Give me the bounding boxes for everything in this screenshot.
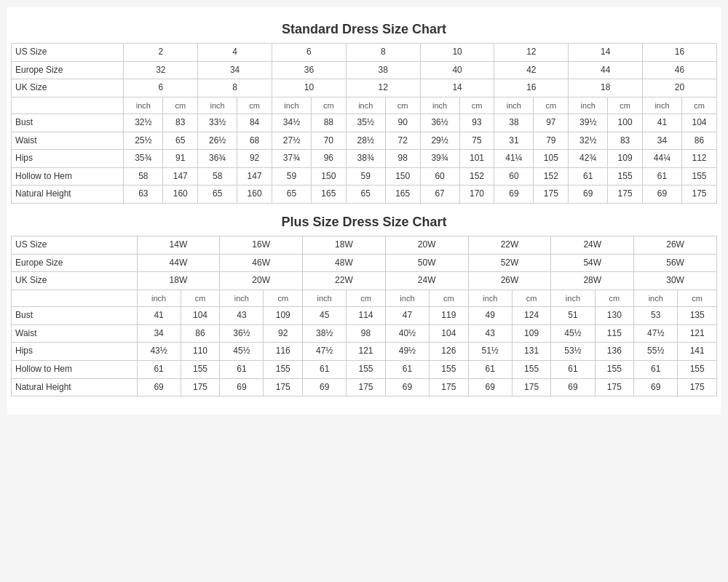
measurement-value: 104 <box>181 307 220 325</box>
measurement-value: 114 <box>347 307 386 325</box>
measurement-value: 32½ <box>124 114 163 132</box>
measurement-value: 175 <box>534 186 569 204</box>
us-size-label: US Size <box>12 236 138 255</box>
measurement-value: 37¾ <box>272 150 312 168</box>
measurement-value: 165 <box>311 186 346 204</box>
uk-size-value: 30W <box>634 272 717 290</box>
subheader-cell: cm <box>512 290 551 306</box>
measurement-value: 33½ <box>198 114 237 132</box>
uk-size-value: 18 <box>569 79 643 97</box>
measurement-value: 105 <box>534 150 569 168</box>
measurement-value: 92 <box>237 150 272 168</box>
measurement-label: Bust <box>12 114 124 132</box>
measurement-value: 119 <box>430 307 469 325</box>
us-size-value: 12 <box>494 44 569 62</box>
measurement-value: 109 <box>608 150 643 168</box>
uk-size-value: 20W <box>220 272 303 290</box>
measurement-value: 101 <box>459 150 494 168</box>
measurement-value: 61 <box>643 167 682 186</box>
measurement-value: 65 <box>163 132 198 150</box>
measurement-value: 69 <box>137 378 181 396</box>
measurement-label: Hips <box>12 343 138 361</box>
chart-container: Standard Dress Size Chart US Size2468101… <box>7 7 721 415</box>
us-size-value: 16W <box>220 236 303 255</box>
measurement-value: 36¾ <box>198 150 237 168</box>
measurement-value: 116 <box>264 343 303 361</box>
measurement-value: 170 <box>459 186 494 204</box>
measurement-value: 36½ <box>220 324 264 343</box>
measurement-value: 124 <box>512 307 551 325</box>
measurement-value: 61 <box>303 360 347 378</box>
us-size-value: 26W <box>634 236 717 255</box>
measurement-value: 59 <box>272 167 312 186</box>
measurement-value: 92 <box>264 324 303 343</box>
measurement-value: 91 <box>163 150 198 168</box>
measurement-value: 160 <box>237 186 272 204</box>
us-size-value: 16 <box>643 44 717 62</box>
us-size-value: 22W <box>468 236 551 255</box>
us-size-value: 10 <box>420 44 494 62</box>
measurement-value: 51½ <box>468 343 512 361</box>
subheader-cell: cm <box>595 290 634 306</box>
measurement-value: 72 <box>385 132 420 150</box>
measurement-value: 97 <box>534 114 569 132</box>
measurement-value: 175 <box>681 186 716 204</box>
eu-size-value: 50W <box>385 254 468 272</box>
subheader-cell: inch <box>385 290 429 306</box>
uk-size-label: UK Size <box>12 272 138 290</box>
measurement-value: 34 <box>643 132 682 150</box>
uk-size-value: 18W <box>137 272 220 290</box>
measurement-value: 86 <box>681 132 716 150</box>
plus-title: Plus Size Dress Size Chart <box>11 215 717 230</box>
measurement-value: 65 <box>346 186 385 204</box>
us-size-value: 8 <box>346 44 420 62</box>
measurement-value: 110 <box>181 343 220 361</box>
eu-size-value: 32 <box>124 61 198 79</box>
eu-size-value: 54W <box>551 254 634 272</box>
measurement-value: 126 <box>430 343 469 361</box>
measurement-value: 109 <box>512 324 551 343</box>
measurement-value: 32½ <box>569 132 608 150</box>
measurement-value: 155 <box>264 360 303 378</box>
measurement-value: 69 <box>569 186 608 204</box>
measurement-value: 38¾ <box>346 150 385 168</box>
measurement-value: 61 <box>569 167 608 186</box>
subheader-cell: cm <box>608 97 643 113</box>
eu-size-value: 46W <box>220 254 303 272</box>
measurement-value: 61 <box>385 360 429 378</box>
eu-size-value: 34 <box>198 61 272 79</box>
measurement-value: 47½ <box>303 343 347 361</box>
measurement-value: 155 <box>430 360 469 378</box>
measurement-value: 55½ <box>634 343 678 361</box>
measurement-value: 61 <box>551 360 595 378</box>
uk-size-value: 8 <box>198 79 272 97</box>
measurement-value: 155 <box>608 167 643 186</box>
measurement-value: 38 <box>494 114 534 132</box>
measurement-value: 69 <box>494 186 534 204</box>
measurement-value: 70 <box>311 132 346 150</box>
measurement-value: 147 <box>163 167 198 186</box>
measurement-value: 47 <box>385 307 429 325</box>
measurement-value: 43 <box>220 307 264 325</box>
us-size-value: 2 <box>124 44 198 62</box>
measurement-value: 160 <box>163 186 198 204</box>
measurement-value: 141 <box>678 343 717 361</box>
eu-size-label: Europe Size <box>12 61 124 79</box>
subheader-cell: cm <box>264 290 303 306</box>
measurement-value: 41 <box>643 114 682 132</box>
subheader-cell: inch <box>643 97 682 113</box>
measurement-value: 43 <box>468 324 512 343</box>
measurement-label: Hollow to Hem <box>12 167 124 186</box>
subheader-cell: inch <box>551 290 595 306</box>
measurement-value: 121 <box>347 343 386 361</box>
measurement-value: 100 <box>608 114 643 132</box>
subheader-cell: cm <box>459 97 494 113</box>
subheader-cell: cm <box>237 97 272 113</box>
eu-size-value: 40 <box>420 61 494 79</box>
measurement-value: 121 <box>678 324 717 343</box>
measurement-value: 136 <box>595 343 634 361</box>
us-size-value: 4 <box>198 44 272 62</box>
subheader-cell: cm <box>678 290 717 306</box>
measurement-value: 98 <box>347 324 386 343</box>
measurement-value: 175 <box>181 378 220 396</box>
